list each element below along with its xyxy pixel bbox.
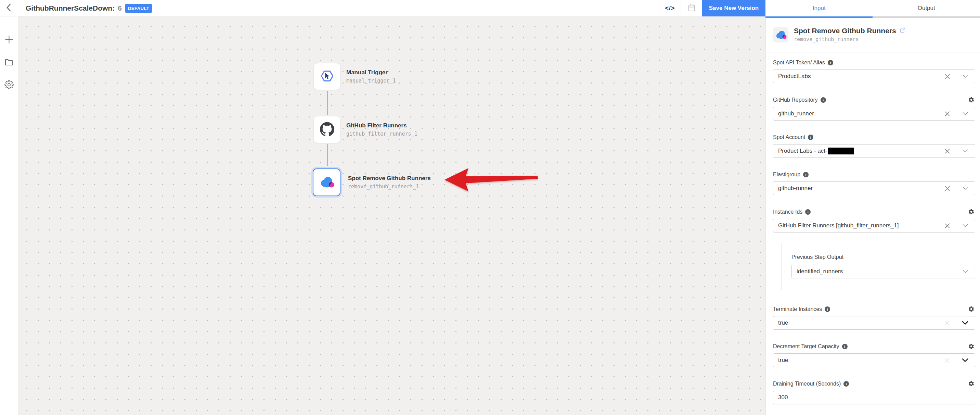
- field-github-repository: GitHub Repository i github_runner: [773, 96, 975, 121]
- redacted-value: [828, 148, 854, 155]
- field-value: ProductLabs: [778, 73, 811, 80]
- field-value: true: [778, 319, 788, 326]
- clear-icon[interactable]: [944, 320, 950, 326]
- field-value: 300: [778, 394, 788, 401]
- chevron-down-icon[interactable]: [963, 75, 968, 78]
- left-toolbar: [0, 16, 18, 415]
- info-icon[interactable]: i: [842, 344, 848, 349]
- elastigroup-input[interactable]: github-runner: [773, 182, 975, 195]
- field-value: true: [778, 357, 788, 364]
- field-value: Product Labs - act-: [778, 148, 827, 155]
- clear-icon[interactable]: [944, 223, 950, 229]
- top-bar: GithubRunnerScaleDown: 6 DEFAULT </> Sav…: [0, 0, 980, 16]
- field-instance-ids: Instance Ids i GitHub Filter Runners [gi…: [773, 208, 975, 233]
- settings-button[interactable]: [4, 80, 14, 90]
- node-manual-trigger-card[interactable]: [314, 63, 340, 90]
- clear-icon[interactable]: [944, 358, 950, 363]
- manual-trigger-icon: [320, 69, 334, 84]
- field-elastigroup: Elastigroup i github-runner: [773, 171, 975, 195]
- field-label: Elastigroup: [773, 172, 800, 178]
- spot-cloud-icon: [775, 29, 787, 40]
- external-link-icon[interactable]: [900, 27, 906, 35]
- github-repository-input[interactable]: github_runner: [773, 107, 975, 121]
- spot-account-input[interactable]: Product Labs - act-: [773, 144, 975, 158]
- draining-timeout-input[interactable]: 300: [773, 391, 975, 404]
- tab-output-indicator: [873, 16, 980, 18]
- node-spot-remove-github-runners: Spot Remove Github Runners remove_github…: [311, 167, 431, 198]
- terminate-instances-select[interactable]: true: [773, 316, 975, 330]
- info-icon[interactable]: i: [843, 381, 849, 386]
- instance-ids-subgroup: Previous Step Output identified_runners: [781, 243, 975, 290]
- info-icon[interactable]: i: [825, 306, 830, 312]
- workflow-name: GithubRunnerScaleDown:: [25, 4, 115, 12]
- node-config-panel: Spot Remove Github Runners remove_github…: [765, 16, 980, 415]
- tab-input[interactable]: Input: [765, 0, 873, 16]
- field-value: identified_runners: [797, 268, 843, 275]
- field-terminate-instances: Terminate Instances i true: [773, 305, 975, 330]
- gear-icon[interactable]: [968, 209, 975, 215]
- node-github-filter-runners: GitHub Filter Runners github_filter_runn…: [314, 117, 417, 143]
- workflow-version-number: 6: [118, 4, 122, 12]
- chevron-down-icon[interactable]: [963, 270, 968, 273]
- panel-tabs: Input Output: [765, 0, 980, 16]
- spot-api-token-input[interactable]: ProductLabs: [773, 70, 975, 83]
- info-icon[interactable]: i: [805, 209, 811, 215]
- panel-header: Spot Remove Github Runners remove_github…: [773, 27, 975, 43]
- code-icon: </>: [665, 5, 675, 12]
- node-title: Spot Remove Github Runners: [348, 175, 431, 182]
- gear-icon[interactable]: [968, 343, 975, 350]
- red-arrow-annotation: [443, 166, 541, 195]
- node-spot-remove-github-runners-card[interactable]: [313, 168, 340, 196]
- tab-output[interactable]: Output: [873, 0, 980, 16]
- code-view-button[interactable]: </>: [659, 0, 681, 16]
- field-label: Previous Step Output: [791, 254, 843, 260]
- clear-icon[interactable]: [944, 185, 950, 192]
- field-spot-account: Spot Account i Product Labs - act-: [773, 134, 975, 158]
- node-id: github_filter_runners_1: [346, 131, 417, 137]
- gear-icon[interactable]: [968, 380, 975, 387]
- spot-cloud-icon: [319, 174, 334, 191]
- previous-step-output-select[interactable]: identified_runners: [791, 265, 975, 278]
- add-node-button[interactable]: [4, 35, 14, 45]
- chevron-down-icon[interactable]: [963, 112, 968, 115]
- panel-node-icon: [773, 27, 788, 43]
- node-github-filter-runners-card[interactable]: [314, 117, 340, 143]
- chevron-down-icon[interactable]: [963, 187, 968, 190]
- decrement-target-capacity-select[interactable]: true: [773, 353, 975, 367]
- gear-icon[interactable]: [968, 97, 975, 103]
- clear-icon[interactable]: [944, 111, 950, 117]
- node-title: Manual Trigger: [346, 69, 396, 76]
- chevron-down-icon[interactable]: [963, 149, 968, 153]
- chevron-down-icon[interactable]: [962, 321, 968, 325]
- clear-icon[interactable]: [944, 73, 950, 80]
- calendar-icon: [688, 3, 696, 13]
- info-icon[interactable]: i: [821, 97, 826, 103]
- files-button[interactable]: [4, 58, 14, 67]
- github-octocat-icon: [320, 122, 334, 138]
- workflow-canvas[interactable]: Manual Trigger manual_trigger_1 GitHub F…: [18, 16, 765, 415]
- instance-ids-input[interactable]: GitHub Filter Runners [github_filter_run…: [773, 219, 975, 233]
- info-icon[interactable]: i: [803, 172, 808, 177]
- field-label: Spot API Token/ Alias: [773, 59, 825, 66]
- schedule-button[interactable]: [681, 0, 702, 16]
- field-value: github-runner: [778, 185, 813, 192]
- node-manual-trigger: Manual Trigger manual_trigger_1: [314, 63, 396, 90]
- gear-icon[interactable]: [968, 306, 975, 312]
- node-title: GitHub Filter Runners: [346, 122, 417, 129]
- chevron-down-icon[interactable]: [963, 224, 968, 227]
- node-id: manual_trigger_1: [346, 78, 396, 84]
- field-draining-timeout: Draining Timeout (Seconds) i 300: [773, 380, 975, 404]
- plus-icon: [5, 35, 14, 46]
- field-value: github_runner: [778, 110, 814, 117]
- field-label: Instance Ids: [773, 209, 802, 215]
- info-icon[interactable]: i: [828, 60, 833, 65]
- field-label: Decrement Target Capacity: [773, 343, 839, 350]
- folder-icon: [5, 58, 13, 67]
- panel-title: Spot Remove Github Runners: [794, 27, 896, 35]
- back-button[interactable]: [0, 0, 18, 16]
- info-icon[interactable]: i: [808, 134, 813, 140]
- chevron-down-icon[interactable]: [962, 359, 968, 362]
- clear-icon[interactable]: [944, 148, 950, 154]
- save-new-version-button[interactable]: Save New Version: [702, 0, 765, 16]
- field-value: GitHub Filter Runners [github_filter_run…: [778, 222, 899, 229]
